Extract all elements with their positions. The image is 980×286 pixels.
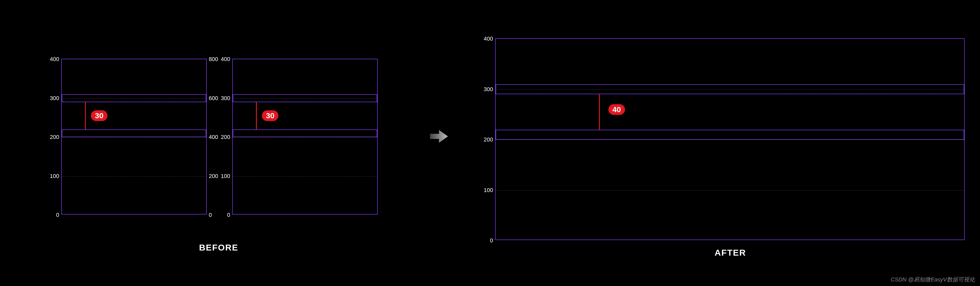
svg-marker-0: [430, 130, 448, 143]
highlight-band: [496, 84, 964, 94]
gap-marker-line: [256, 102, 257, 129]
y-left-tick: 200: [478, 136, 493, 143]
y-left-tick: 0: [215, 212, 230, 218]
after-caption: AFTER: [714, 248, 746, 258]
y-left-tick: 200: [215, 134, 230, 141]
after-panel: 010020030040040: [495, 38, 965, 240]
gap-marker-badge: 40: [608, 104, 625, 115]
before-panel-1: 0100200300400020040060080030: [61, 59, 207, 214]
y-left-tick: 400: [44, 56, 59, 62]
grid-line: [233, 137, 377, 137]
y-left-tick: 100: [44, 173, 59, 179]
y-left-tick: 0: [44, 212, 59, 218]
y-left-tick: 400: [215, 56, 230, 62]
highlight-band: [233, 129, 377, 137]
y-left-tick: 200: [44, 134, 59, 141]
gap-marker-line: [599, 94, 600, 129]
highlight-band: [496, 130, 964, 140]
highlight-band: [62, 94, 206, 102]
watermark: CSDN @易知微EasyV数据可视化: [891, 276, 975, 283]
grid-line: [62, 137, 206, 137]
y-left-tick: 0: [478, 237, 493, 244]
gap-marker-line: [85, 102, 86, 129]
y-left-tick: 300: [44, 95, 59, 102]
gap-marker-badge: 30: [262, 110, 278, 121]
arrow-icon: [430, 130, 448, 143]
y-left-tick: 300: [215, 95, 230, 102]
y-left-tick: 300: [478, 86, 493, 93]
y-left-tick: 100: [478, 187, 493, 193]
highlight-band: [233, 94, 377, 102]
before-caption: BEFORE: [199, 243, 239, 252]
gap-marker-badge: 30: [91, 110, 107, 121]
y-left-tick: 400: [478, 35, 493, 42]
before-panel-2: 010020030040030: [232, 59, 378, 214]
y-left-tick: 100: [215, 173, 230, 179]
highlight-band: [62, 129, 206, 137]
